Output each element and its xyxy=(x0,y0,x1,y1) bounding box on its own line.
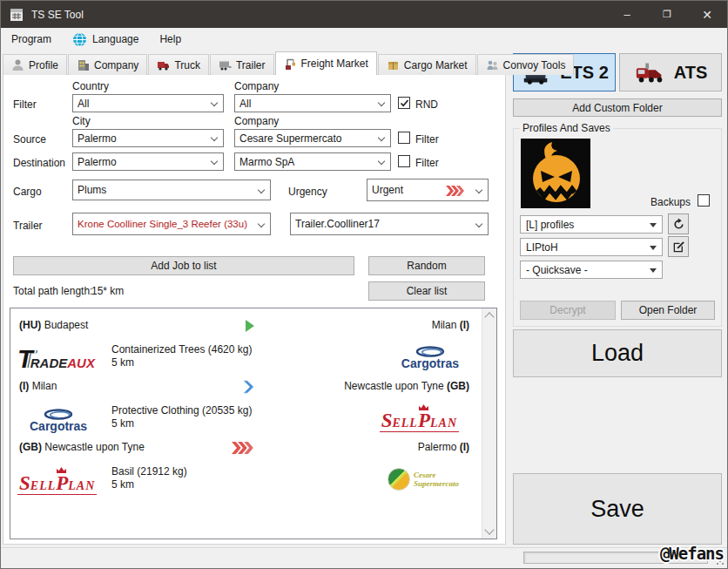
trailer-combo[interactable]: Krone Coolliner Single_3 Reefer (33u) xyxy=(72,213,271,235)
urgency-green-arrow-icon xyxy=(239,319,261,333)
source-city-combo[interactable]: Palermo xyxy=(72,129,224,147)
tab-truck[interactable]: Truck xyxy=(148,54,209,75)
city-header: City xyxy=(72,115,91,127)
menu-help[interactable]: Help xyxy=(149,28,192,51)
company-header-top: Company xyxy=(234,80,279,92)
cesare-supermercato-logo: CesareSupermercato xyxy=(388,468,459,491)
tab-profile[interactable]: Profile xyxy=(3,54,67,75)
crown-icon xyxy=(57,467,66,473)
filter-company-combo[interactable]: All xyxy=(234,94,391,112)
trailer-icon xyxy=(219,58,232,71)
menu-program[interactable]: Program xyxy=(1,28,62,51)
urgency-combo[interactable]: Urgent xyxy=(367,179,489,201)
savegame-name-dropdown[interactable]: LIPtoH xyxy=(520,238,663,256)
close-button[interactable]: ✕ xyxy=(687,1,727,28)
rnd-checkbox[interactable] xyxy=(398,97,410,109)
clear-list-button[interactable]: Clear list xyxy=(368,281,485,301)
sellplan-logo: SELLPLAN xyxy=(380,405,459,432)
cargo-label: Cargo xyxy=(13,186,42,198)
window-title: TS SE Tool xyxy=(31,9,84,21)
random-button[interactable]: Random xyxy=(368,256,485,275)
chevron-down-icon xyxy=(378,158,385,165)
backups-checkbox[interactable] xyxy=(698,194,710,207)
dropdown-triangle-icon xyxy=(650,246,657,250)
filter-country-combo[interactable]: All xyxy=(72,94,224,112)
tab-freight-market[interactable]: Freight Market xyxy=(275,51,377,75)
urgency-blue-arrow-icon xyxy=(239,380,261,394)
job-destination: Palermo (I) xyxy=(418,441,469,453)
chevron-down-icon xyxy=(475,220,482,227)
destination-company-combo[interactable]: Marmo SpA xyxy=(234,152,391,171)
chevron-down-icon xyxy=(211,158,218,165)
cargotras-logo: Cargotras xyxy=(30,409,87,432)
destination-label: Destination xyxy=(13,157,65,169)
menu-bar: Program Language Help xyxy=(1,28,727,51)
edit-save-button[interactable] xyxy=(668,236,689,257)
convoy-people-icon xyxy=(486,58,499,71)
job-destination: Newcastle upon Tyne (GB) xyxy=(344,380,469,392)
job-list-scrollbar[interactable] xyxy=(482,308,496,539)
job-cargo: Containerized Trees (4620 kg) xyxy=(111,343,252,356)
ats-button[interactable]: ATS xyxy=(619,53,722,91)
person-icon xyxy=(11,58,24,71)
job-list[interactable]: (HU) Budapest Milan (I) TRADEAUX Contain… xyxy=(10,308,497,539)
ats-truck-icon xyxy=(634,59,667,85)
add-job-button[interactable]: Add Job to list xyxy=(13,256,354,275)
minimize-button[interactable]: – xyxy=(607,1,647,28)
tab-cargo-market[interactable]: Cargo Market xyxy=(378,54,476,75)
tab-strip: Profile Company Truck Trailer Freight Ma… xyxy=(3,52,575,75)
decrypt-button: Decrypt xyxy=(520,301,616,320)
tab-convoy-tools[interactable]: Convoy Tools xyxy=(477,54,575,75)
chevron-down-icon xyxy=(211,134,218,141)
globe-icon xyxy=(72,32,87,47)
backups-label: Backups xyxy=(650,196,691,208)
job-destination: Milan (I) xyxy=(432,319,469,331)
trailer-variant-combo[interactable]: Trailer.Coolliner17 xyxy=(290,213,489,235)
freight-crane-icon xyxy=(284,58,297,71)
chevron-down-icon xyxy=(258,186,265,193)
job-distance: 5 km xyxy=(111,478,187,491)
total-path-value: 15* km xyxy=(91,285,124,297)
truck-icon xyxy=(157,58,170,71)
menu-language[interactable]: Language xyxy=(62,28,149,51)
cargotras-logo: Cargotras xyxy=(401,346,459,369)
chevron-down-icon xyxy=(378,134,385,141)
tab-trailer[interactable]: Trailer xyxy=(210,54,274,75)
destination-city-combo[interactable]: Palermo xyxy=(72,152,224,171)
rnd-label: RND xyxy=(415,98,438,111)
scroll-down-icon[interactable] xyxy=(484,525,494,534)
destination-filter-checkbox[interactable] xyxy=(398,155,410,167)
source-filter-checkbox[interactable] xyxy=(398,132,410,144)
maximize-button[interactable]: ❐ xyxy=(647,1,687,28)
profile-avatar xyxy=(521,139,590,208)
add-custom-folder-button[interactable]: Add Custom Folder xyxy=(513,98,722,117)
destination-filter-label: Filter xyxy=(415,157,439,169)
tradeaux-logo: TRADEAUX xyxy=(17,347,95,372)
open-folder-button[interactable]: Open Folder xyxy=(621,301,715,320)
profiles-dropdown[interactable]: [L] profiles xyxy=(520,215,663,234)
job-source: (HU) Budapest xyxy=(19,319,88,331)
app-icon xyxy=(10,8,24,22)
load-button[interactable]: Load xyxy=(513,329,722,377)
scroll-up-icon[interactable] xyxy=(484,312,494,322)
chevron-down-icon xyxy=(211,99,218,106)
cesare-circle-icon xyxy=(388,468,410,491)
dropdown-triangle-icon xyxy=(650,223,657,227)
job-distance: 5 km xyxy=(111,356,252,369)
source-company-combo[interactable]: Cesare Supermercato xyxy=(234,129,391,147)
job-source: (GB) Newcastle upon Tyne xyxy=(19,441,145,453)
trailer-label: Trailer xyxy=(13,220,43,232)
save-slot-dropdown[interactable]: - Quicksave - xyxy=(520,261,663,279)
job-cargo: Protective Clothing (20535 kg) xyxy=(111,404,252,417)
refresh-profiles-button[interactable] xyxy=(668,213,689,234)
paperclip-icon xyxy=(415,346,445,357)
source-filter-label: Filter xyxy=(415,133,439,146)
cargo-combo[interactable]: Plums xyxy=(72,180,271,200)
tab-company[interactable]: Company xyxy=(68,54,147,75)
save-button[interactable]: Save xyxy=(513,473,722,545)
chevron-down-icon xyxy=(258,220,265,227)
source-label: Source xyxy=(13,133,46,146)
urgency-red-chevrons-icon xyxy=(232,441,254,455)
urgency-label: Urgency xyxy=(288,186,327,198)
check-icon xyxy=(400,98,409,108)
